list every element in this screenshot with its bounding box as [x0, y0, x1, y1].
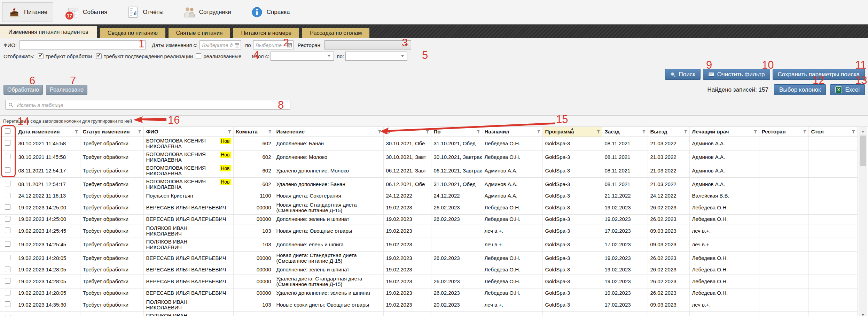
row-checkbox[interactable] [5, 204, 10, 210]
date-from-input[interactable] [200, 40, 241, 49]
row-checkbox[interactable] [5, 255, 10, 260]
row-checkbox[interactable] [5, 193, 10, 198]
cell-change: Удалена диета: Стандартная диета (Смешан… [274, 275, 383, 288]
column-header-assigned[interactable]: Назначил [482, 127, 542, 137]
scroll-down-arrow[interactable]: ▼ [859, 310, 867, 316]
table-row[interactable]: 19.02.2023 14:28:05Требует обработкиВЕРЕ… [0, 265, 857, 275]
column-header-change[interactable]: Изменение [274, 127, 383, 137]
filter-icon[interactable] [378, 129, 382, 134]
table-row[interactable]: 19.02.2023 14:25:00Требует обработкиВЕРЕ… [0, 201, 857, 214]
column-header-status[interactable]: Статус изменения [80, 127, 143, 137]
table-from-select[interactable] [271, 52, 334, 61]
tab[interactable]: Изменения питания пациентов [0, 26, 97, 38]
checkbox[interactable] [196, 53, 201, 59]
table-row[interactable]: 19.02.2023 14:25:00Требует обработкиВЕРЕ… [0, 214, 857, 224]
menu-item[interactable]: Питание [2, 2, 53, 22]
menu-item[interactable]: Справка [245, 2, 296, 22]
row-checkbox[interactable] [5, 290, 10, 295]
tab[interactable]: Снятые с питания [169, 28, 230, 38]
cell-room: 602 [233, 177, 274, 191]
tab[interactable]: Рассадка по столам [302, 28, 369, 38]
filter-icon[interactable] [75, 129, 78, 134]
row-checkbox[interactable] [5, 167, 10, 173]
column-header-restaurant[interactable]: Ресторан [759, 127, 808, 137]
excel-export-button[interactable]: X Excel [830, 84, 865, 95]
filter-icon[interactable] [138, 129, 142, 134]
column-header-arrival[interactable]: Заезд [602, 127, 648, 137]
cell-restaurant [759, 150, 808, 164]
row-checkbox[interactable] [5, 278, 10, 284]
fio-input[interactable] [19, 40, 146, 49]
fio-cell-content: БОГОМОЛОВА КСЕНИЯ НИКОЛАЕВНАНов [146, 152, 231, 163]
table-row[interactable]: 19.02.2023 14:28:05Требует обработкиВЕРЕ… [0, 288, 857, 298]
clear-filter-button[interactable]: Очистить фильтр [703, 69, 770, 80]
table-row[interactable]: 30.10.2021 11:45:58Требует обработкиБОГО… [0, 137, 857, 150]
sort-asc-icon: ▲ [571, 127, 574, 130]
cell-fio: ПОЛЯКОВ ИВАН НИКОЛАЕВИЧ [143, 311, 233, 316]
row-checkbox[interactable] [5, 267, 10, 272]
column-header-program[interactable]: Программа▲ [542, 127, 602, 137]
cell-fio: ВЕРЕСАЕВ ИЛЬЯ ВАЛЕРЬЕВИЧ [143, 251, 233, 265]
filter-icon[interactable] [684, 129, 688, 134]
table-row[interactable]: ПОЛЯКОВ ИВАН НИКОЛАЕВИЧНовая диета: Стан… [0, 311, 857, 316]
filter-icon[interactable] [642, 129, 646, 134]
restaurant-select[interactable] [324, 40, 411, 49]
filter-icon[interactable] [425, 129, 429, 134]
filter-icon[interactable] [803, 129, 807, 134]
menu-item[interactable]: Сотрудники [177, 2, 237, 22]
fio-label: ФИО: [3, 42, 17, 48]
table-row[interactable]: 08.11.2021 12:54:17Требует обработкиБОГО… [0, 177, 857, 191]
save-search-params-button[interactable]: Сохранить параметры поиска [773, 69, 865, 80]
table-search-input[interactable] [16, 102, 287, 108]
row-checkbox[interactable] [5, 301, 10, 307]
filter-icon[interactable] [476, 129, 480, 134]
fio-cell-content: ВЕРЕСАЕВ ИЛЬЯ ВАЛЕРЬЕВИЧ [146, 205, 231, 210]
row-checkbox[interactable] [5, 216, 10, 222]
table-row[interactable]: 19.02.2023 14:35:30Требует обработкиПОЛЯ… [0, 298, 857, 311]
column-chooser-button[interactable]: Выбор колонок [774, 84, 826, 95]
column-header-fio[interactable]: ФИО [143, 127, 233, 137]
column-header-from[interactable]: С [383, 127, 431, 137]
row-checkbox[interactable] [5, 181, 10, 186]
processed-button[interactable]: Обработано [3, 85, 43, 95]
row-checkbox[interactable] [5, 140, 10, 146]
table-row[interactable]: 19.02.2023 14:25:45Требует обработкиПОЛЯ… [0, 224, 857, 238]
column-header-table[interactable]: Стол [808, 127, 857, 137]
table-row[interactable]: 24.12.2022 11:16:13Требует обработкиПоул… [0, 191, 857, 201]
tab[interactable]: Сводка по питанию [100, 28, 165, 38]
date-to-input[interactable] [253, 40, 294, 49]
tab[interactable]: Питаются в номере [233, 28, 299, 38]
table-row[interactable]: 19.02.2023 14:28:05Требует обработкиВЕРЕ… [0, 275, 857, 288]
table-row[interactable]: 30.10.2021 11:45:58Требует обработкиБОГО… [0, 150, 857, 164]
vertical-scrollbar[interactable]: ▲ ▼ [859, 126, 867, 316]
column-header-to[interactable]: По [431, 127, 482, 137]
row-checkbox[interactable] [5, 228, 10, 233]
table-row[interactable]: 08.11.2021 12:54:17Требует обработкиБОГО… [0, 164, 857, 177]
filter-icon[interactable] [852, 129, 855, 134]
realized-button[interactable]: Реализовано [46, 85, 87, 95]
cell-program: GoldSpa-3 [542, 164, 602, 177]
row-checkbox[interactable] [5, 241, 10, 247]
table-row[interactable]: 19.02.2023 14:28:05Требует обработкиВЕРЕ… [0, 251, 857, 265]
search-button[interactable]: Поиск [665, 69, 701, 80]
column-header-room[interactable]: Комната [233, 127, 274, 137]
checkbox[interactable] [38, 53, 44, 59]
menu-item[interactable]: 17События [61, 2, 113, 22]
table-row[interactable]: 19.02.2023 14:25:45Требует обработкиПОЛЯ… [0, 238, 857, 251]
table-to-select[interactable] [345, 52, 407, 61]
menu-item[interactable]: Отчёты [121, 2, 169, 22]
scroll-up-arrow[interactable]: ▲ [859, 127, 867, 135]
filter-icon[interactable] [537, 129, 541, 134]
column-header-doctor[interactable]: Лечащий врач [689, 127, 759, 137]
column-header-label: С [386, 129, 390, 134]
filter-icon[interactable] [596, 129, 600, 134]
row-checkbox[interactable] [5, 154, 10, 159]
column-header-date[interactable]: Дата изменения [16, 127, 80, 137]
select-all-checkbox[interactable] [5, 128, 10, 134]
filter-icon[interactable] [753, 129, 757, 134]
scroll-thumb[interactable] [860, 136, 866, 166]
filter-icon[interactable] [268, 129, 272, 134]
column-header-departure[interactable]: Выезд [648, 127, 689, 137]
filter-icon[interactable] [228, 129, 232, 134]
checkbox[interactable] [96, 53, 102, 59]
